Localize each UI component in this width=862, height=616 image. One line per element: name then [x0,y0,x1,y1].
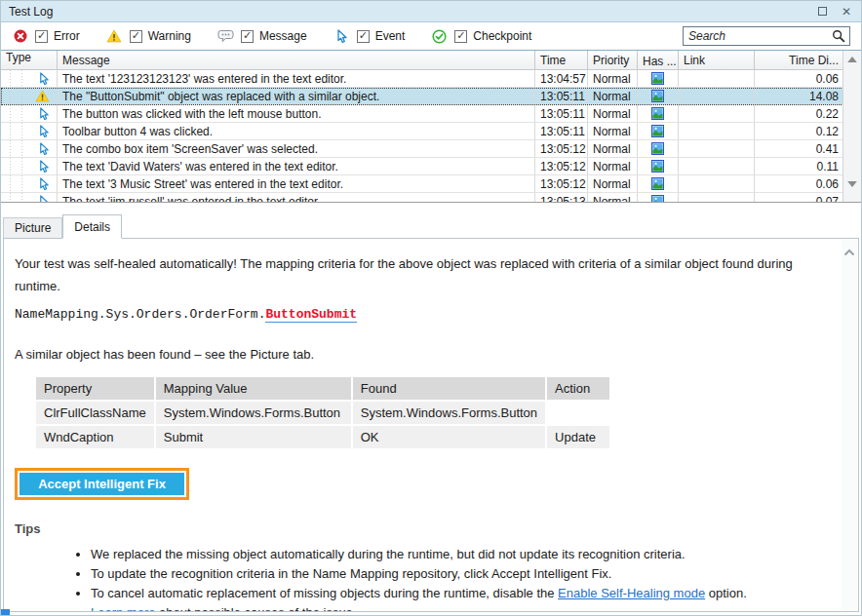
log-time: 13:05:11 [535,88,588,104]
checkpoint-icon [431,28,448,44]
details-content: Your test was self-healed automatically!… [15,252,831,612]
log-row[interactable]: The combo box item 'ScreenSaver' was sel… [1,140,861,158]
log-row[interactable]: The button was clicked with the left mou… [1,105,861,123]
log-link [679,105,755,122]
learn-more-link[interactable]: Learn more [91,605,155,612]
tip-item: Learn more about possible causes of the … [91,603,831,612]
search-input[interactable] [684,27,832,45]
log-scrollbar[interactable] [842,51,861,202]
has-picture-icon [638,158,679,174]
column-header-has-picture[interactable]: Has ... [638,51,679,69]
warning-type-icon [1,88,58,104]
criteria-col-property: Property [36,377,154,400]
log-time: 13:05:12 [535,140,588,157]
mapping-path: NameMapping.Sys.Orders.OrderForm.ButtonS… [15,307,831,322]
float-window-button[interactable] [815,5,829,19]
log-row-partial[interactable]: The text 'jim russell' was entered in th… [1,193,861,203]
tab-bar: Picture Details [3,214,122,238]
error-icon [12,28,28,44]
float-icon [818,7,827,16]
column-header-type[interactable]: Type [1,51,58,69]
tip-item: To update the recognition criteria in th… [91,564,831,584]
log-message: The button was clicked with the left mou… [58,105,535,122]
event-label: Event [375,29,406,43]
criteria-cell: ClrFullClassName [36,402,154,424]
filter-event: Event [333,28,406,44]
accept-intelligent-fix-button[interactable]: Accept Intelligent Fix [20,473,184,495]
criteria-header-row: Property Mapping Value Found Action [36,377,609,400]
self-heal-intro-text: Your test was self-healed automatically!… [15,252,826,297]
error-checkbox[interactable] [35,30,48,43]
log-priority: Normal [588,193,638,203]
log-priority: Normal [588,123,638,139]
log-message: The text 'jim russell' was entered in th… [58,193,535,203]
titlebar: Test Log ✕ [1,1,861,22]
log-row[interactable]: The text '3 Music Street' was entered in… [1,175,861,193]
column-header-time-diff[interactable]: Time Di... [755,51,844,69]
tip-text: To update the recognition criteria in th… [91,566,611,581]
log-time-diff: 0.12 [755,123,844,139]
criteria-table: Property Mapping Value Found Action ClrF… [34,375,611,450]
log-priority: Normal [588,105,638,122]
log-time-diff: 14.08 [755,88,844,104]
chevron-up-icon[interactable] [843,249,855,256]
warning-label: Warning [148,29,191,43]
log-message: The text '3 Music Street' was entered in… [58,175,535,192]
column-header-message[interactable]: Message [58,51,535,69]
log-priority: Normal [588,88,638,104]
tip-text: option. [705,586,747,600]
event-type-icon [1,123,58,139]
details-scrollbar[interactable] [842,240,857,610]
checkpoint-checkbox[interactable] [454,30,467,43]
tab-details[interactable]: Details [62,214,122,239]
tip-item: To cancel automatic replacement of missi… [91,584,831,603]
filter-error: Error [12,28,80,44]
close-button[interactable]: ✕ [840,5,853,19]
log-row[interactable]: Toolbar button 4 was clicked. 13:05:11 N… [1,123,861,140]
log-row[interactable]: The text '123123123123' was entered in t… [1,70,861,88]
log-time: 13:05:11 [535,105,588,122]
criteria-col-action: Action [547,377,609,400]
tips-heading: Tips [15,521,831,536]
tab-zone: Picture Details [1,203,861,238]
mapping-object-link[interactable]: ButtonSubmit [265,307,357,323]
resize-grip[interactable] [1,609,10,615]
log-priority: Normal [588,140,638,157]
tab-picture[interactable]: Picture [3,217,62,238]
scroll-up-icon[interactable] [846,55,858,64]
search-icon [832,29,845,43]
log-time: 13:05:12 [535,158,588,174]
tip-text: To cancel automatic replacement of missi… [91,586,558,600]
log-priority: Normal [588,70,638,87]
self-healing-mode-link[interactable]: Enable Self-Healing mode [558,586,705,600]
log-time: 13:05:12 [535,175,588,192]
event-checkbox[interactable] [357,30,370,43]
log-time-diff: 0.06 [755,175,844,192]
log-row-selected[interactable]: The "ButtonSubmit" object was replaced w… [1,88,861,105]
log-time: 13:04:57 [535,70,588,87]
has-picture-icon [638,123,679,139]
warning-icon [106,28,123,44]
log-time-diff: 0.11 [755,158,844,174]
has-picture-icon [638,140,679,157]
column-header-link[interactable]: Link [679,51,755,69]
criteria-cell: Submit [156,426,351,448]
close-icon: ✕ [842,6,851,18]
message-checkbox[interactable] [241,30,254,43]
log-time-diff: 0.07 [755,193,844,203]
column-header-time[interactable]: Time [535,51,588,69]
log-message: The "ButtonSubmit" object was replaced w… [58,88,535,104]
column-header-priority[interactable]: Priority [588,51,638,69]
scroll-down-icon[interactable] [846,179,858,189]
window-title: Test Log [9,5,53,19]
log-row[interactable]: The text 'David Waters' was entered in t… [1,158,861,175]
filter-checkpoint: Checkpoint [431,28,531,44]
log-time: 13:05:13 [535,193,588,203]
warning-checkbox[interactable] [130,30,142,43]
tip-text: about possible causes of the issue. [155,605,356,612]
log-time-diff: 0.22 [755,105,844,122]
search-box [683,26,850,46]
tips-list: We replaced the missing object automatic… [15,545,831,612]
criteria-cell: WndCaption [36,426,154,448]
checkpoint-label: Checkpoint [473,29,531,43]
